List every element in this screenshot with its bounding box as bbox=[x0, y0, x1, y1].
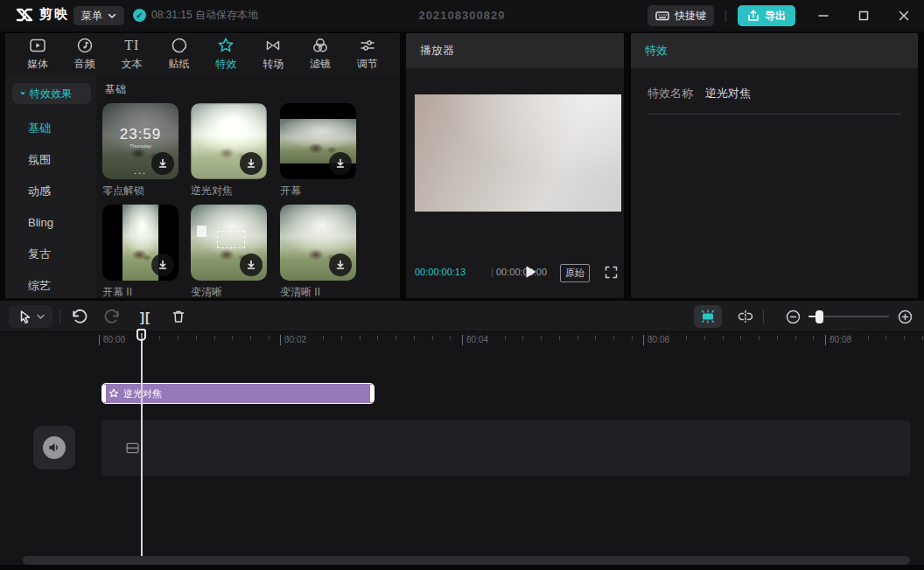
fullscreen-icon[interactable] bbox=[605, 266, 618, 279]
snap-icon bbox=[700, 309, 716, 323]
shortcuts-button[interactable]: 快捷键 bbox=[648, 5, 714, 26]
adjust-sliders-icon bbox=[359, 37, 376, 54]
download-icon[interactable] bbox=[151, 152, 174, 175]
tab-audio[interactable]: 音频 bbox=[65, 37, 105, 75]
category-item-retro[interactable]: 复古 bbox=[5, 244, 96, 265]
playhead-handle[interactable] bbox=[136, 329, 146, 341]
effect-thumbnail[interactable] bbox=[191, 205, 267, 281]
tab-media[interactable]: 媒体 bbox=[18, 37, 58, 75]
effect-name: 零点解锁 bbox=[102, 184, 178, 198]
ruler-label: 00:02 bbox=[280, 335, 306, 345]
effect-clip[interactable]: 逆光对焦 bbox=[102, 383, 374, 404]
media-tabbar: 媒体 音频 TI 文本 贴纸 特效 bbox=[5, 33, 400, 75]
export-icon bbox=[747, 10, 760, 22]
effect-card-open-2[interactable]: 开幕 II bbox=[102, 205, 178, 300]
effect-clip-star-icon bbox=[108, 388, 119, 399]
category-item-basic[interactable]: 基础 bbox=[5, 118, 96, 139]
tab-adjust[interactable]: 调节 bbox=[347, 37, 388, 75]
category-item-variety[interactable]: 综艺 bbox=[5, 275, 96, 296]
player-title: 播放器 bbox=[406, 33, 624, 68]
tab-filter[interactable]: 滤镜 bbox=[300, 37, 340, 75]
video-preview[interactable] bbox=[415, 94, 621, 212]
video-track[interactable] bbox=[102, 421, 910, 476]
category-item-dynamic[interactable]: 动感 bbox=[5, 181, 96, 202]
media-icon bbox=[29, 37, 46, 54]
audio-icon bbox=[76, 37, 94, 54]
ruler-label: 00:04 bbox=[462, 335, 488, 345]
category-item-ambience[interactable]: 氛围 bbox=[5, 149, 96, 170]
effect-card-backlight-focus[interactable]: 逆光对焦 bbox=[191, 103, 267, 198]
effect-name: 逆光对焦 bbox=[191, 184, 267, 198]
effects-star-icon bbox=[217, 37, 234, 54]
timeline-zoom-slider[interactable] bbox=[808, 311, 889, 322]
effect-thumbnail[interactable] bbox=[191, 103, 267, 179]
effect-thumbnail[interactable] bbox=[102, 205, 178, 281]
sticker-icon bbox=[171, 37, 188, 54]
effect-name-label: 特效名称 bbox=[648, 86, 693, 101]
text-icon: TI bbox=[124, 37, 139, 54]
tab-effects[interactable]: 特效 bbox=[206, 37, 246, 75]
category-group-effects[interactable]: 特效效果 bbox=[12, 83, 91, 104]
keyboard-icon bbox=[655, 10, 669, 22]
effect-name: 变清晰 bbox=[191, 285, 267, 300]
chevron-down-icon bbox=[37, 314, 45, 320]
export-button[interactable]: 导出 bbox=[738, 5, 795, 26]
effect-name: 变清晰 II bbox=[280, 285, 356, 300]
effect-name-value: 逆光对焦 bbox=[705, 86, 751, 101]
download-icon[interactable] bbox=[329, 152, 352, 175]
current-timecode: 00:00:00:13 bbox=[415, 267, 466, 277]
aspect-ratio-button[interactable]: 原始 bbox=[560, 264, 590, 282]
tab-transition[interactable]: 转场 bbox=[253, 37, 293, 75]
window-maximize-button[interactable] bbox=[850, 3, 877, 28]
zoom-in-button[interactable] bbox=[892, 305, 917, 328]
select-tool-button[interactable] bbox=[9, 305, 52, 328]
tab-sticker[interactable]: 贴纸 bbox=[159, 37, 200, 75]
effect-thumbnail[interactable]: 23:59 Thursday ... bbox=[102, 103, 178, 179]
preview-axis-button[interactable] bbox=[733, 305, 758, 328]
category-item-bling[interactable]: Bling bbox=[5, 212, 96, 233]
total-duration: 00:00:03:00 bbox=[496, 267, 547, 277]
titlebar-separator bbox=[725, 10, 726, 22]
effect-inspector-panel: 特效 特效名称 逆光对焦 bbox=[631, 33, 918, 298]
tab-text[interactable]: TI 文本 bbox=[112, 37, 152, 75]
effect-card-sharpen[interactable]: 变清晰 bbox=[191, 205, 267, 300]
effect-thumbnail[interactable] bbox=[280, 205, 356, 281]
cursor-icon bbox=[18, 309, 32, 324]
timeline-horizontal-scrollbar[interactable] bbox=[23, 556, 910, 565]
effect-thumbnail[interactable] bbox=[280, 103, 356, 179]
ruler-label: 00:00 bbox=[99, 335, 125, 345]
maximize-icon bbox=[858, 10, 869, 21]
split-button[interactable]: ][ bbox=[133, 305, 158, 328]
triangle-down-icon bbox=[19, 90, 26, 97]
play-button[interactable] bbox=[525, 265, 537, 279]
download-icon[interactable] bbox=[240, 254, 262, 276]
slider-handle[interactable] bbox=[816, 310, 823, 323]
titlebar: 剪映 菜单 ✓ 08:31:15 自动保存本地 202108300829 快捷键… bbox=[0, 0, 924, 31]
zoom-out-icon bbox=[786, 309, 801, 324]
zoom-in-icon bbox=[898, 309, 913, 324]
filter-icon bbox=[312, 37, 329, 54]
track-mute-button[interactable] bbox=[33, 426, 75, 469]
redo-button[interactable] bbox=[100, 305, 124, 328]
download-icon[interactable] bbox=[151, 254, 174, 276]
undo-button[interactable] bbox=[66, 305, 91, 328]
effect-card-open[interactable]: 开幕 bbox=[280, 103, 356, 198]
redo-icon bbox=[104, 309, 121, 324]
window-minimize-button[interactable] bbox=[810, 3, 836, 28]
window-close-button[interactable] bbox=[891, 3, 917, 28]
delete-button[interactable] bbox=[166, 305, 191, 328]
snap-toggle-button[interactable] bbox=[694, 305, 722, 328]
effect-card-unlock[interactable]: 23:59 Thursday ... 零点解锁 bbox=[102, 103, 178, 198]
download-icon[interactable] bbox=[240, 152, 262, 175]
download-icon[interactable] bbox=[329, 254, 352, 276]
trash-icon bbox=[171, 309, 186, 324]
ruler-label: 00:08 bbox=[825, 335, 851, 345]
effects-grid: 基础 23:59 Thursday ... 零点解锁 bbox=[96, 75, 400, 298]
timecode-separator: | bbox=[491, 267, 494, 277]
inspector-divider bbox=[648, 114, 901, 115]
zoom-out-button[interactable] bbox=[780, 305, 805, 328]
toolbar-separator bbox=[60, 309, 60, 323]
ruler-label: 00:06 bbox=[643, 335, 669, 345]
timeline-ruler[interactable]: 00:00 00:02 00:04 00:06 00:08 bbox=[96, 333, 924, 349]
effect-card-sharpen-2[interactable]: 变清晰 II bbox=[280, 205, 356, 300]
